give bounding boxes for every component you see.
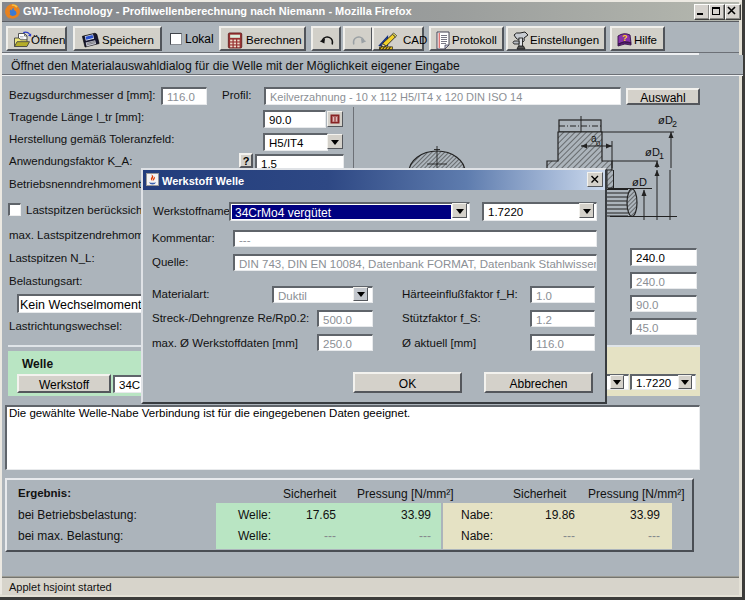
svg-text:0: 0	[596, 139, 601, 148]
svg-text:2: 2	[672, 119, 677, 129]
svg-text:ø: ø	[632, 176, 639, 188]
svg-text:?: ?	[622, 33, 628, 43]
svg-text:D: D	[639, 176, 647, 188]
svg-text:ø: ø	[658, 114, 665, 126]
svg-text:ø: ø	[645, 146, 652, 158]
svg-text:1: 1	[659, 151, 664, 161]
